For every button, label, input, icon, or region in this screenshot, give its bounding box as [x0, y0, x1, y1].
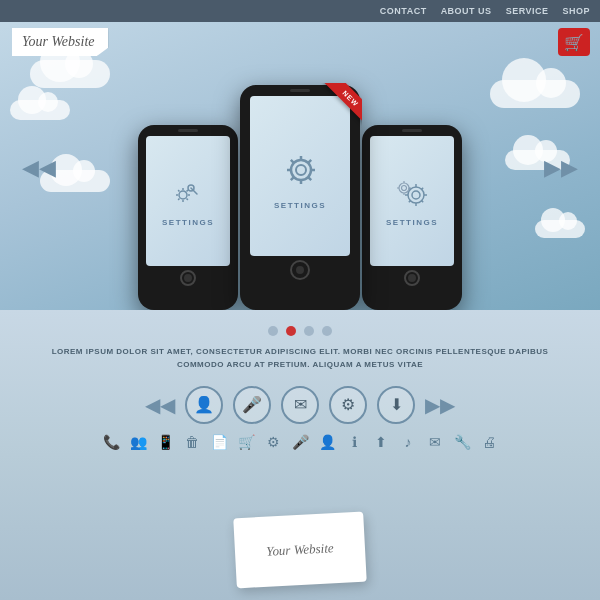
biz-card-text: Your Website — [266, 540, 334, 560]
upload-icon[interactable]: ⬆ — [371, 434, 391, 450]
download-icon-button[interactable]: ⬇ — [377, 386, 415, 424]
small-icon-row: 📞 👥 📱 🗑 📄 🛒 ⚙ 🎤 👤 ℹ ⬆ ♪ ✉ 🔧 🖨 — [0, 434, 600, 450]
home-button-inner — [296, 266, 304, 274]
left-arrow-icon: ◀◀ — [22, 155, 56, 180]
dot-4[interactable] — [322, 326, 332, 336]
new-badge: NEW — [324, 83, 362, 125]
user-small-icon[interactable]: 👤 — [317, 434, 337, 450]
phone-left: SETTINGS — [138, 125, 238, 310]
cloud-decoration — [10, 100, 70, 120]
phone-home-button[interactable] — [180, 270, 196, 286]
mail-icon: ✉ — [294, 395, 307, 414]
right-arrow-icon: ▶▶ — [544, 155, 578, 180]
cart-icon: 🛒 — [564, 33, 584, 52]
mobile-icon[interactable]: 📱 — [155, 434, 175, 450]
phone-home-button[interactable] — [404, 270, 420, 286]
cloud-decoration — [30, 60, 110, 88]
home-button-inner — [408, 274, 416, 282]
svg-line-17 — [290, 160, 293, 163]
svg-line-20 — [308, 160, 311, 163]
ribbon-container: NEW — [302, 83, 362, 143]
settings-icon-right — [392, 176, 432, 214]
phone-right-screen: SETTINGS — [370, 136, 454, 266]
logo-banner[interactable]: Your Website — [12, 28, 108, 56]
mail-small-icon[interactable]: ✉ — [425, 434, 445, 450]
svg-point-22 — [412, 191, 420, 199]
dot-1[interactable] — [268, 326, 278, 336]
dot-2[interactable] — [286, 326, 296, 336]
svg-line-18 — [308, 177, 311, 180]
group-icon[interactable]: 👥 — [128, 434, 148, 450]
music-icon[interactable]: ♪ — [398, 434, 418, 450]
phone-home-button[interactable] — [290, 260, 310, 280]
phone-left-screen: SETTINGS — [146, 136, 230, 266]
svg-line-19 — [290, 177, 293, 180]
svg-point-12 — [296, 165, 306, 175]
prev-mid-arrow[interactable]: ◀◀ — [145, 393, 175, 417]
svg-point-32 — [402, 185, 407, 190]
info-icon[interactable]: ℹ — [344, 434, 364, 450]
mic-small-icon[interactable]: 🎤 — [290, 434, 310, 450]
home-button-inner — [184, 274, 192, 282]
nav-aboutus[interactable]: ABOUT US — [441, 6, 492, 16]
cloud-decoration — [535, 220, 585, 238]
next-mid-arrow[interactable]: ▶▶ — [425, 393, 455, 417]
phone-center: NEW SETTINGS — [240, 85, 360, 310]
svg-line-29 — [409, 200, 411, 202]
print-icon[interactable]: 🖨 — [479, 434, 499, 450]
svg-line-6 — [187, 198, 188, 199]
svg-line-30 — [421, 187, 423, 189]
nav-service[interactable]: SERVICE — [506, 6, 549, 16]
mic-icon: 🎤 — [242, 395, 262, 414]
cloud-decoration — [490, 80, 580, 108]
next-arrow-button[interactable]: ▶▶ — [544, 155, 578, 181]
phone-icon[interactable]: 📞 — [101, 434, 121, 450]
business-card: Your Website — [233, 512, 366, 589]
gear-icon: ⚙ — [341, 395, 355, 414]
settings-icon-button[interactable]: ⚙ — [329, 386, 367, 424]
doc-icon[interactable]: 📄 — [209, 434, 229, 450]
svg-line-7 — [178, 198, 179, 199]
phone-speaker — [402, 129, 422, 132]
cart-small-icon[interactable]: 🛒 — [236, 434, 256, 450]
svg-point-31 — [399, 183, 409, 193]
dot-3[interactable] — [304, 326, 314, 336]
people-icon: 👤 — [194, 395, 214, 414]
phone-center-label: SETTINGS — [274, 201, 326, 210]
svg-point-0 — [179, 191, 187, 199]
phone-speaker — [178, 129, 198, 132]
gear-small-icon[interactable]: ⚙ — [263, 434, 283, 450]
bottom-section: LOREM IPSUM DOLOR SIT AMET, CONSECTETUR … — [0, 310, 600, 600]
cart-button[interactable]: 🛒 — [558, 28, 590, 56]
phone-left-label: SETTINGS — [162, 218, 214, 227]
trash-icon[interactable]: 🗑 — [182, 434, 202, 450]
people-icon-button[interactable]: 👤 — [185, 386, 223, 424]
settings-icon-left — [169, 176, 207, 214]
phones-showcase: SETTINGS NEW — [120, 30, 480, 310]
svg-line-28 — [421, 200, 423, 202]
prev-arrow-button[interactable]: ◀◀ — [22, 155, 56, 181]
mail-icon-button[interactable]: ✉ — [281, 386, 319, 424]
svg-line-8 — [187, 190, 188, 191]
download-icon: ⬇ — [390, 395, 403, 414]
carousel-dots — [0, 310, 600, 336]
phone-right-label: SETTINGS — [386, 218, 438, 227]
phone-right: SETTINGS — [362, 125, 462, 310]
mid-icon-row: ◀◀ 👤 🎤 ✉ ⚙ ⬇ ▶▶ — [0, 386, 600, 424]
svg-line-5 — [178, 190, 179, 191]
hero-section: Your Website 🛒 ◀◀ ▶▶ — [0, 0, 600, 310]
svg-point-11 — [291, 160, 311, 180]
navigation: CONTACT ABOUT US SERVICE SHOP — [0, 0, 600, 22]
settings-icon-center — [273, 142, 328, 197]
nav-shop[interactable]: SHOP — [562, 6, 590, 16]
nav-contact[interactable]: CONTACT — [380, 6, 427, 16]
description-text: LOREM IPSUM DOLOR SIT AMET, CONSECTETUR … — [30, 346, 570, 372]
wrench-icon[interactable]: 🔧 — [452, 434, 472, 450]
mic-icon-button[interactable]: 🎤 — [233, 386, 271, 424]
